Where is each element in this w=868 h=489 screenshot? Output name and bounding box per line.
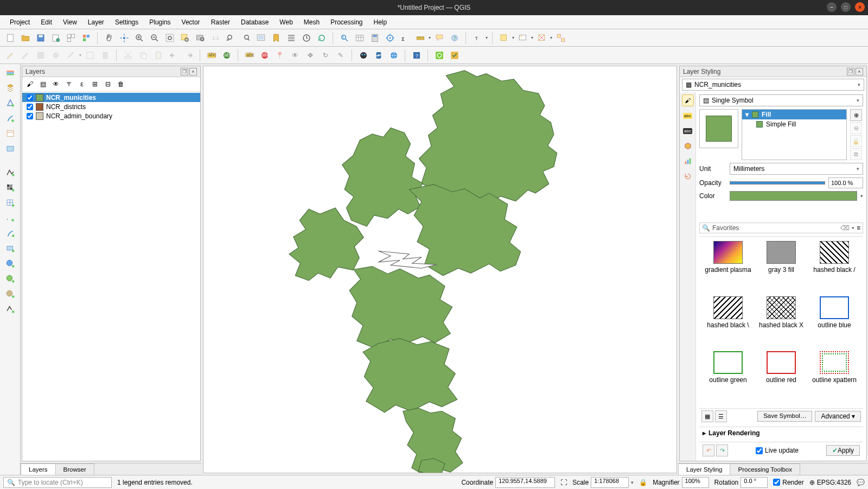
add-mesh-icon[interactable] [3,196,18,209]
cut-button[interactable] [121,48,135,62]
lock-symbol-layer-button[interactable]: 🔒 [850,135,862,147]
processing-toolbox-button[interactable] [383,31,397,45]
layout-manager-button[interactable] [64,31,78,45]
crs-button[interactable]: ⊕EPSG:4326 [809,479,851,486]
icon-view-button[interactable]: ▦ [701,410,713,422]
advanced-button[interactable]: Advanced ▾ [815,411,861,422]
expression-filter-icon[interactable]: ε [76,79,87,90]
label-abc-yellow-icon[interactable]: abc [205,48,218,62]
zoom-layer-button[interactable] [193,31,207,45]
unit-combo[interactable]: Millimeters [730,163,863,175]
fav-hashed-slash[interactable]: hashed black / [811,241,858,291]
collapse-all-icon[interactable]: ⊟ [103,79,113,90]
menu-plugins[interactable]: Plugins [144,16,176,28]
help-button[interactable]: ? [410,48,423,62]
window-close-button[interactable]: × [855,2,865,12]
zoom-out-button[interactable] [148,31,161,45]
georeferencer-button[interactable] [448,48,461,62]
python-console-button[interactable] [372,48,385,62]
menu-project[interactable]: Project [4,16,35,28]
add-delimited-icon[interactable]: , [3,212,18,225]
attributes-table-button[interactable] [353,31,366,45]
edit-pencil-button[interactable] [3,48,17,62]
menu-processing[interactable]: Processing [325,16,368,28]
fav-gray3[interactable]: gray 3 fill [758,241,805,291]
fav-outline-xpattern[interactable]: outline xpattern [811,351,858,401]
label-abc-green-icon[interactable]: ab [220,48,233,62]
layer-rendering-section[interactable]: ▸Layer Rendering [699,427,863,439]
annotation-button[interactable]: ? [448,31,461,45]
redo-style-button[interactable]: ↷ [716,444,728,456]
layer-row-districts[interactable]: NCR_districts [22,102,200,111]
add-virtual-icon[interactable] [3,242,18,255]
color-button[interactable] [730,191,857,201]
remove-symbol-layer-button[interactable]: ⊖ [850,122,862,134]
styling-layer-combo[interactable]: ▦NCR_municities [682,79,864,91]
duplicate-symbol-layer-button[interactable]: ⧉ [850,148,862,160]
add-xyz-icon[interactable] [3,272,18,285]
map-canvas[interactable] [203,66,677,473]
style-manager-button[interactable] [79,31,93,45]
menu-edit[interactable]: Edit [35,16,58,28]
paste-button[interactable] [151,48,165,62]
copy-button[interactable] [136,48,150,62]
save-symbol-button[interactable]: Save Symbol… [757,411,812,422]
save-project-button[interactable] [34,31,47,45]
digitize-button[interactable] [64,48,78,62]
zoom-selection-button[interactable] [178,31,192,45]
label-show-icon[interactable]: 👁 [288,48,302,62]
opacity-slider[interactable] [730,181,825,185]
delete-selected-button[interactable] [98,48,112,62]
menu-settings[interactable]: Settings [110,16,144,28]
add-wfs-icon[interactable] [3,303,18,316]
masks-tab-icon[interactable]: abc [682,125,694,137]
tab-layers[interactable]: Layers [21,463,56,475]
menu-vector[interactable]: Vector [176,16,206,28]
label-change-icon[interactable]: ✎ [334,48,347,62]
menu-database[interactable]: Database [235,16,274,28]
menu-raster[interactable]: Raster [206,16,235,28]
new-spatialite-icon[interactable] [3,112,18,125]
style-search-input[interactable]: Favorites [712,224,838,232]
layer-styling-icon[interactable]: 🖌 [24,79,35,90]
statistics-button[interactable]: Σ [398,31,412,45]
new-map-view-button[interactable] [254,31,267,45]
deselect-button[interactable] [535,31,548,45]
new-shapefile-icon[interactable] [3,97,18,110]
filter-legend-icon[interactable] [63,79,74,90]
layer-tree[interactable]: NCR_municities NCR_districts NCR_admin_b… [22,92,200,122]
locator-input[interactable]: 🔍Type to locate (Ctrl+K) [3,477,112,488]
layers-undock-button[interactable]: ❐ [181,68,188,75]
scale-combo[interactable]: 1:178068 [591,477,629,488]
symbol-layer-tree[interactable]: ▾Fill Simple Fill [742,109,847,160]
symbology-tab-icon[interactable]: 🖌 [682,94,694,106]
fav-outline-green[interactable]: outline green [705,351,751,401]
layer-row-admin[interactable]: NCR_admin_boundary [22,111,200,120]
manage-visibility-icon[interactable]: 👁 [50,79,61,90]
clear-search-icon[interactable]: ⌫ [840,224,850,232]
extents-icon[interactable]: ⛶ [560,479,567,486]
new-print-layout-button[interactable] [49,31,62,45]
opacity-spinbox[interactable]: 100.0 % [828,177,863,188]
label-rotate-icon[interactable]: ↻ [318,48,332,62]
fav-gradient-plasma[interactable]: gradient plasma [705,241,751,291]
plugin-manager-button[interactable] [356,48,370,62]
temporal-controller-button[interactable] [284,31,298,45]
tab-browser[interactable]: Browser [55,463,94,475]
text-annotation-button[interactable]: T [470,31,484,45]
styling-close-button[interactable]: × [856,68,863,75]
toggle-editing-button[interactable] [18,48,32,62]
label-move-icon[interactable]: ✥ [303,48,317,62]
fav-outline-red[interactable]: outline red [758,351,805,401]
field-calculator-button[interactable] [368,31,381,45]
fav-hashed-x[interactable]: hashed black X [758,296,805,346]
pan-button[interactable] [102,31,116,45]
quickosm-button[interactable] [432,48,446,62]
zoom-last-button[interactable] [224,31,237,45]
new-virtual-icon[interactable] [3,142,18,155]
add-spatialite-icon[interactable] [3,227,18,240]
fav-hashed-backslash[interactable]: hashed black \ [705,296,751,346]
select-all-button[interactable] [554,31,567,45]
add-group-icon[interactable]: ▤ [37,79,48,90]
lock-scale-icon[interactable]: 🔒 [639,479,647,486]
